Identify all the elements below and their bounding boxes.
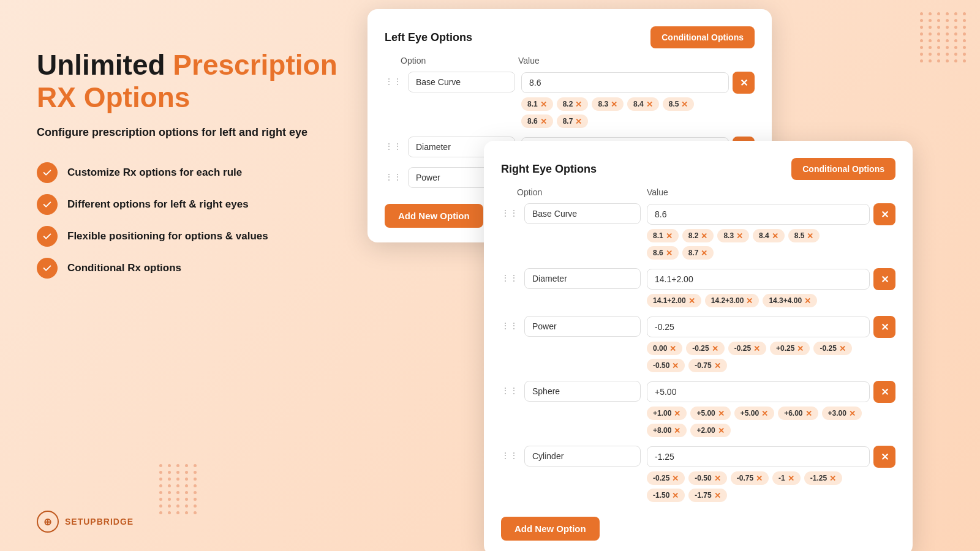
value-input[interactable] xyxy=(647,269,870,290)
tags-row-2: 8.6 ✕8.7 ✕ xyxy=(521,114,755,128)
feature-label: Different options for left & right eyes xyxy=(67,198,249,211)
value-input[interactable] xyxy=(647,381,870,402)
tag-remove[interactable]: ✕ xyxy=(674,410,680,418)
tag-remove[interactable]: ✕ xyxy=(829,474,836,482)
tag: 8.4 ✕ xyxy=(753,229,785,242)
tag-remove[interactable]: ✕ xyxy=(701,249,707,257)
right-eye-header: Right Eye Options Conditional Options xyxy=(501,158,895,180)
tag-remove[interactable]: ✕ xyxy=(772,232,778,240)
delete-btn[interactable]: ✕ xyxy=(873,203,895,225)
tag-remove[interactable]: ✕ xyxy=(611,100,617,108)
drag-handle[interactable]: ⋮⋮ xyxy=(501,203,518,218)
right-eye-rows: ⋮⋮ ✕ 8.1 ✕8.2 ✕8.3 ✕8.4 ✕8.5 ✕ 8.6 ✕8.7 … xyxy=(501,203,895,502)
tag-remove[interactable]: ✕ xyxy=(672,474,679,482)
value-input[interactable] xyxy=(647,317,870,337)
feature-item: Different options for left & right eyes xyxy=(37,194,343,215)
value-input[interactable] xyxy=(647,446,870,467)
option-input[interactable] xyxy=(524,203,641,224)
tag-remove[interactable]: ✕ xyxy=(575,100,582,108)
tag: +0.25 ✕ xyxy=(770,342,810,355)
tag-remove[interactable]: ✕ xyxy=(718,410,725,418)
tag-remove[interactable]: ✕ xyxy=(849,410,856,418)
tag-remove[interactable]: ✕ xyxy=(666,232,673,240)
feature-label: Conditional Rx options xyxy=(67,262,181,274)
drag-handle[interactable]: ⋮⋮ xyxy=(501,446,518,460)
tag-remove[interactable]: ✕ xyxy=(672,362,679,370)
delete-btn[interactable]: ✕ xyxy=(873,381,895,403)
option-input[interactable] xyxy=(524,316,641,337)
tag-remove[interactable]: ✕ xyxy=(756,474,763,482)
drag-handle[interactable]: ⋮⋮ xyxy=(385,167,402,182)
delete-btn[interactable]: ✕ xyxy=(873,316,895,338)
tag-remove[interactable]: ✕ xyxy=(797,345,804,353)
right-eye-col-headers: Option Value xyxy=(501,187,895,197)
tag: +5.00 ✕ xyxy=(690,407,730,420)
tag-remove[interactable]: ✕ xyxy=(714,492,721,500)
option-input[interactable] xyxy=(408,72,515,92)
option-input[interactable] xyxy=(524,381,641,402)
tag-remove[interactable]: ✕ xyxy=(761,410,768,418)
feature-label: Flexible positioning for options & value… xyxy=(67,230,268,242)
tag-remove[interactable]: ✕ xyxy=(540,100,547,108)
right-eye-col-option: Option xyxy=(517,187,639,197)
drag-handle[interactable]: ⋮⋮ xyxy=(385,137,402,151)
right-eye-add-btn[interactable]: Add New Option xyxy=(501,517,600,541)
right-eye-conditional-btn[interactable]: Conditional Options xyxy=(791,158,895,180)
drag-handle[interactable]: ⋮⋮ xyxy=(501,268,518,283)
tag-remove[interactable]: ✕ xyxy=(540,118,547,126)
brand-logo-area: ⊕ SETUPBRIDGE xyxy=(37,511,134,533)
tag-remove[interactable]: ✕ xyxy=(688,297,695,305)
left-eye-add-btn[interactable]: Add New Option xyxy=(385,204,483,228)
tag-remove[interactable]: ✕ xyxy=(736,232,743,240)
value-main-row: ✕ xyxy=(647,203,895,225)
decorative-dots-bottom-left: const dbl = document.querySelector('.dot… xyxy=(159,464,198,514)
tag-remove[interactable]: ✕ xyxy=(807,232,813,240)
drag-handle[interactable]: ⋮⋮ xyxy=(385,72,402,86)
tag-remove[interactable]: ✕ xyxy=(646,100,653,108)
tag: 8.1 ✕ xyxy=(647,229,679,242)
option-row: ⋮⋮ ✕ 8.1 ✕8.2 ✕8.3 ✕8.4 ✕8.5 ✕ 8.6 ✕8.7 … xyxy=(385,72,755,128)
feature-item: Customize Rx options for each rule xyxy=(37,162,343,183)
tag-remove[interactable]: ✕ xyxy=(701,232,707,240)
tag-remove[interactable]: ✕ xyxy=(674,427,680,435)
tag-remove[interactable]: ✕ xyxy=(714,362,721,370)
delete-btn[interactable]: ✕ xyxy=(873,268,895,290)
tag: -0.75 ✕ xyxy=(731,471,769,485)
tag-remove[interactable]: ✕ xyxy=(712,345,718,353)
delete-btn[interactable]: ✕ xyxy=(733,72,755,94)
value-input[interactable] xyxy=(521,72,729,93)
tag-remove[interactable]: ✕ xyxy=(575,118,582,126)
tag-remove[interactable]: ✕ xyxy=(669,345,676,353)
tag: 8.6 ✕ xyxy=(647,246,679,260)
tag-remove[interactable]: ✕ xyxy=(666,249,673,257)
tags-row-1: 8.1 ✕8.2 ✕8.3 ✕8.4 ✕8.5 ✕ xyxy=(647,229,895,242)
tag-remove[interactable]: ✕ xyxy=(805,410,812,418)
tag-remove[interactable]: ✕ xyxy=(746,297,753,305)
tag-remove[interactable]: ✕ xyxy=(804,297,811,305)
option-input[interactable] xyxy=(524,446,641,467)
delete-btn[interactable]: ✕ xyxy=(873,446,895,468)
left-eye-col-headers: Option Value xyxy=(385,56,755,66)
tag: -0.75 ✕ xyxy=(688,359,726,372)
tag-remove[interactable]: ✕ xyxy=(672,492,679,500)
brand-icon: ⊕ xyxy=(37,511,59,533)
option-row: ⋮⋮ ✕ 8.1 ✕8.2 ✕8.3 ✕8.4 ✕8.5 ✕ 8.6 ✕8.7 … xyxy=(501,203,895,260)
tag-remove[interactable]: ✕ xyxy=(718,427,725,435)
drag-handle[interactable]: ⋮⋮ xyxy=(501,316,518,331)
tag-remove[interactable]: ✕ xyxy=(753,345,760,353)
left-eye-conditional-btn[interactable]: Conditional Options xyxy=(650,26,755,48)
tag: -0.50 ✕ xyxy=(688,471,726,485)
feature-label: Customize Rx options for each rule xyxy=(67,167,242,179)
tag-remove[interactable]: ✕ xyxy=(788,474,794,482)
tag: +3.00 ✕ xyxy=(822,407,862,420)
tag: -0.25 ✕ xyxy=(686,342,724,355)
drag-handle[interactable]: ⋮⋮ xyxy=(501,381,518,395)
option-input[interactable] xyxy=(524,268,641,289)
tag-remove[interactable]: ✕ xyxy=(714,474,721,482)
tag-remove[interactable]: ✕ xyxy=(681,100,688,108)
tag-remove[interactable]: ✕ xyxy=(839,345,846,353)
tag: 8.6 ✕ xyxy=(521,114,553,128)
value-input[interactable] xyxy=(647,204,870,225)
hero-subtitle: Configure prescription options for left … xyxy=(37,125,343,140)
tag: -1.50 ✕ xyxy=(647,489,685,502)
